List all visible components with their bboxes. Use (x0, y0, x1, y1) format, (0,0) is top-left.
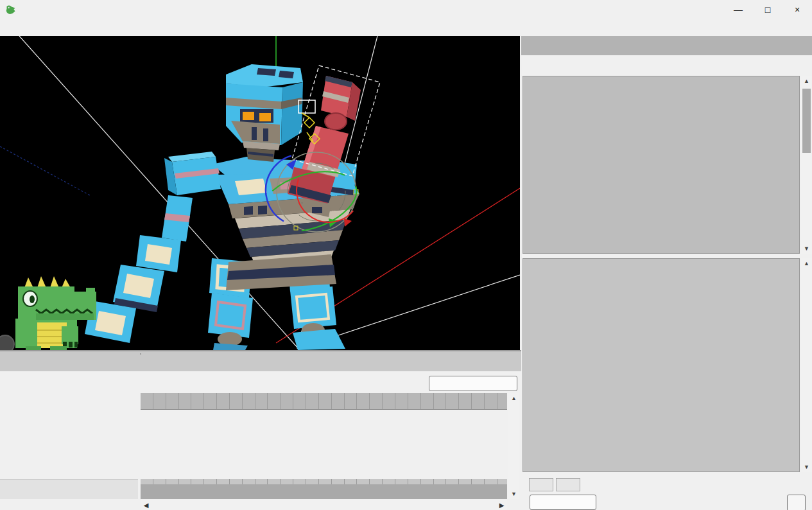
maximize-button[interactable]: □ (753, 0, 782, 19)
timeline-vscrollbar[interactable]: ▲ ▼ (508, 393, 519, 499)
timeline-empty-area (141, 484, 507, 499)
crocodile-logo-icon (5, 4, 17, 15)
scrollbar-thumb[interactable] (802, 89, 811, 153)
right-panel: ▲ ▼ ▲ ▼ (521, 36, 812, 510)
sidebar-empty-area (0, 479, 138, 499)
menu-bar (0, 19, 812, 36)
crocodile-mascot (15, 276, 96, 350)
title-bar[interactable]: —□× (0, 0, 812, 19)
scroll-up-icon[interactable]: ▲ (801, 258, 812, 268)
scene-list-scrollbar[interactable]: ▲ ▼ (801, 76, 812, 254)
spacing-controls (526, 478, 580, 491)
points-select[interactable] (530, 495, 596, 510)
animation-panel: ◀ ▶ ▲ ▼ (0, 350, 521, 510)
scroll-down-icon[interactable]: ▼ (508, 489, 519, 499)
close-button[interactable]: × (782, 0, 812, 19)
viewport-3d[interactable] (0, 36, 520, 350)
transport-controls (140, 353, 141, 355)
window-controls: —□× (723, 0, 812, 19)
scene-canvas (0, 36, 520, 350)
timeline-tickstrip (141, 479, 507, 484)
app-window: —□× (0, 0, 812, 510)
spacing-x-input[interactable] (529, 478, 553, 491)
scroll-up-icon[interactable]: ▲ (508, 393, 519, 403)
scene-hierarchy-tree (523, 258, 800, 472)
minimize-button[interactable]: — (723, 0, 753, 19)
interpolation-select[interactable] (429, 376, 517, 391)
scroll-down-icon[interactable]: ▼ (801, 462, 812, 472)
scroll-down-icon[interactable]: ▼ (801, 243, 812, 254)
animation-tabs (0, 351, 521, 371)
timeline-hscrollbar[interactable]: ◀ ▶ (141, 499, 507, 510)
scroll-up-icon[interactable]: ▲ (801, 76, 812, 86)
spacing-y-input[interactable] (556, 478, 580, 491)
hierarchy-scrollbar[interactable]: ▲ ▼ (801, 258, 812, 472)
scroll-left-icon[interactable]: ◀ (141, 499, 151, 510)
points-controls (526, 495, 600, 510)
wrap-toggle-button[interactable] (787, 495, 806, 510)
right-panel-tabs (521, 36, 812, 55)
scene-object-list (523, 76, 800, 254)
scroll-right-icon[interactable]: ▶ (496, 499, 507, 510)
timeline-ruler[interactable] (141, 393, 507, 410)
